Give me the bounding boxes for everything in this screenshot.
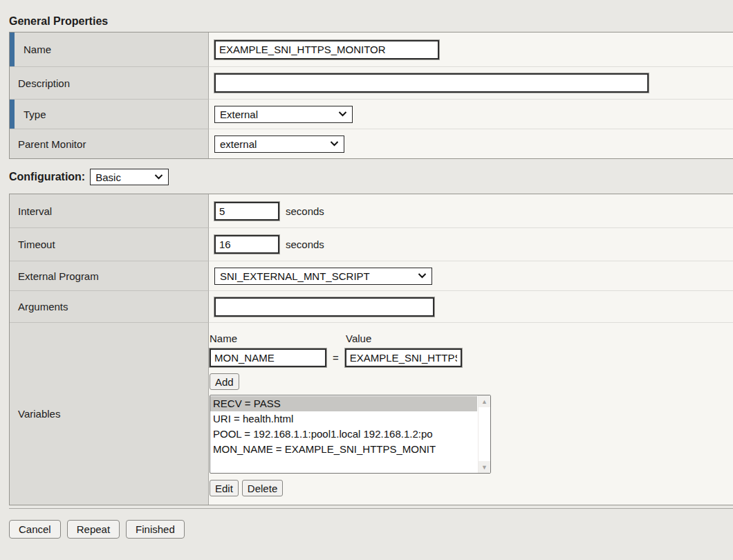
external-program-label-cell: External Program [10,261,209,290]
list-item[interactable]: URI = health.html [210,411,477,427]
delete-button[interactable]: Delete [242,480,283,496]
parent-monitor-label: Parent Monitor [18,138,86,150]
arguments-input[interactable] [214,297,434,317]
variables-input-row: = [210,348,733,367]
finished-button[interactable]: Finished [126,520,185,539]
chevron-down-icon [154,174,163,180]
monitor-configuration-page: General Properties Name Description Type [0,0,733,560]
external-program-select[interactable]: SNI_EXTERNAL_MNT_SCRIPT [214,268,432,285]
interval-value-cell: seconds [209,194,733,227]
timeout-value-cell: seconds [209,227,733,261]
chevron-down-icon [338,111,347,117]
chevron-down-icon [418,273,427,279]
timeout-input[interactable] [214,235,279,254]
list-item[interactable]: MON_NAME = EXAMPLE_SNI_HTTPS_MONIT [210,442,477,457]
listbox-scrollbar[interactable]: ▲ ▼ [478,395,490,473]
parent-monitor-select-value: external [220,138,257,150]
arguments-label: Arguments [18,301,68,312]
interval-input[interactable] [214,202,279,221]
table-row-external-program: External Program SNI_EXTERNAL_MNT_SCRIPT [10,261,733,290]
table-row-parent-monitor: Parent Monitor external [10,129,733,158]
description-label-cell: Description [10,66,209,99]
type-label-cell: Type [10,99,209,129]
configuration-table: Interval seconds Timeout seconds Externa… [9,194,733,505]
configuration-select[interactable]: Basic [90,169,169,185]
parent-monitor-value-cell: external [209,129,733,158]
list-item[interactable]: RECV = PASS [210,396,477,411]
scroll-up-icon[interactable]: ▲ [479,395,490,407]
variables-column-headers: Name Value [210,333,733,344]
interval-label: Interval [18,205,52,217]
configuration-label: Configuration: [9,171,85,183]
table-row-description: Description [10,66,733,99]
external-program-select-value: SNI_EXTERNAL_MNT_SCRIPT [220,270,370,282]
arguments-value-cell [209,290,733,322]
scroll-down-icon[interactable]: ▼ [479,461,490,473]
type-select[interactable]: External [214,106,353,123]
variables-name-header: Name [210,333,346,344]
table-row-arguments: Arguments [10,290,733,322]
add-button[interactable]: Add [210,373,239,390]
general-properties-table: Name Description Type External [9,32,733,159]
divider [9,508,733,509]
timeout-unit-label: seconds [286,239,324,250]
variables-label-cell: Variables [10,322,209,505]
parent-monitor-label-cell: Parent Monitor [10,129,209,158]
table-row-interval: Interval seconds [10,194,733,227]
variables-action-row: Edit Delete [210,480,733,496]
description-value-cell [209,66,733,99]
edit-button[interactable]: Edit [210,480,239,496]
variables-add-row: Add [210,373,733,390]
list-item[interactable]: POOL = 192.168.1.1:pool1.local 192.168.1… [210,427,477,442]
type-select-value: External [220,109,258,120]
variables-listbox[interactable]: RECV = PASS URI = health.html POOL = 192… [210,395,491,474]
repeat-button[interactable]: Repeat [67,520,120,539]
table-row-type: Type External [10,99,733,129]
table-row-name: Name [10,32,733,66]
parent-monitor-select[interactable]: external [214,136,344,153]
interval-unit-label: seconds [286,205,324,217]
arguments-label-cell: Arguments [10,290,209,322]
timeout-label: Timeout [18,239,55,250]
configuration-select-value: Basic [95,171,121,183]
cancel-button[interactable]: Cancel [9,520,61,539]
variable-value-input[interactable] [345,348,462,367]
timeout-label-cell: Timeout [10,227,209,261]
name-label-cell: Name [10,32,209,66]
variable-name-input[interactable] [210,348,326,367]
external-program-value-cell: SNI_EXTERNAL_MNT_SCRIPT [209,261,733,290]
table-row-timeout: Timeout seconds [10,227,733,261]
configuration-header: Configuration: Basic [9,169,169,185]
general-properties-title: General Properties [9,15,108,28]
table-row-variables: Variables Name Value = Add RECV = PASS U… [10,322,733,505]
type-value-cell: External [209,99,733,129]
equals-sign: = [333,352,339,364]
variables-label: Variables [18,408,60,420]
external-program-label: External Program [18,270,99,282]
interval-label-cell: Interval [10,194,209,227]
description-input[interactable] [214,73,649,93]
variables-value-header: Value [346,333,371,344]
description-label: Description [18,77,70,89]
name-input[interactable] [214,40,439,59]
name-value-cell [209,32,733,66]
variables-value-cell: Name Value = Add RECV = PASS URI = healt… [209,322,733,505]
name-label: Name [24,44,51,55]
chevron-down-icon [330,141,339,147]
type-label: Type [24,109,46,120]
form-action-bar: Cancel Repeat Finished [9,520,185,539]
